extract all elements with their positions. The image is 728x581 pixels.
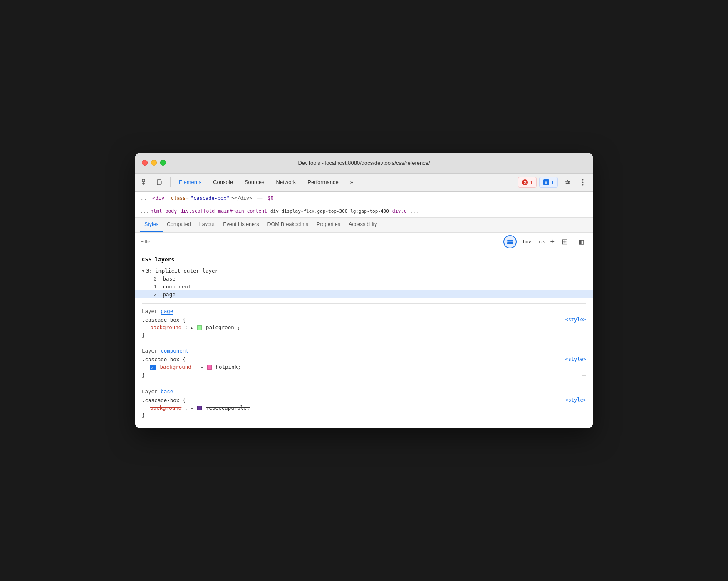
toolbar-separator xyxy=(170,177,171,187)
prop-row-base: background : → rebeccapurple; xyxy=(142,403,586,412)
dom-breadcrumb-bar: ... <div class="cascade-box" ></div> == … xyxy=(135,192,593,205)
css-selector-base: .cascade-box { xyxy=(142,397,186,403)
layer-page-section: Layer page <style> .cascade-box { backgr… xyxy=(142,303,586,343)
layer-base-label-text: Layer base xyxy=(142,388,586,395)
layer-page-label: 2: page xyxy=(154,291,176,298)
svg-rect-12 xyxy=(507,240,513,241)
tab-sources[interactable]: Sources xyxy=(240,173,270,191)
svg-text:✕: ✕ xyxy=(523,180,527,185)
tab-computed[interactable]: Computed xyxy=(163,217,195,232)
layer-tree-root[interactable]: ▼ 3: implicit outer layer xyxy=(142,267,586,275)
toolbar-right: ✕ 1 ≡ 1 xyxy=(518,176,589,189)
css-prop-bg-page: background xyxy=(150,324,181,330)
css-value-palegreen: palegreen xyxy=(206,324,234,330)
style-source-base[interactable]: <style> xyxy=(565,397,586,403)
device-toolbar-button[interactable] xyxy=(154,176,167,189)
css-value-hotpink: hotpink; xyxy=(215,364,240,370)
svg-rect-3 xyxy=(157,180,161,185)
bc-scaffold[interactable]: div.scaffold xyxy=(180,208,215,214)
bc-divc[interactable]: div.c xyxy=(392,208,407,214)
tab-layout[interactable]: Layout xyxy=(195,217,219,232)
layer-base-section: Layer base <style> .cascade-box { backgr… xyxy=(142,384,586,423)
settings-button[interactable] xyxy=(560,176,574,189)
layer-base-link[interactable]: base xyxy=(161,388,173,395)
tab-elements[interactable]: Elements xyxy=(174,173,206,191)
window-title: DevTools - localhost:8080/docs/devtools/… xyxy=(298,160,430,166)
element-breadcrumb: ... html body div.scaffold main#main-con… xyxy=(135,205,593,218)
more-options-button[interactable] xyxy=(576,176,589,189)
color-swatch-rebeccapurple[interactable] xyxy=(197,406,202,410)
layer-component-link[interactable]: component xyxy=(161,348,189,354)
devtools-toolbar: Elements Console Sources Network Perform… xyxy=(135,174,593,192)
style-source-component[interactable]: <style> xyxy=(565,356,586,362)
new-style-rule-button[interactable]: ⊞ xyxy=(558,235,571,248)
layer-component[interactable]: 1: component xyxy=(154,283,586,290)
inspect-element-button[interactable] xyxy=(139,176,152,189)
layer-page[interactable]: 2: page xyxy=(135,290,593,298)
info-badge-button[interactable]: ≡ 1 xyxy=(539,177,558,188)
filter-bar: :hov .cls + ⊞ ◧ xyxy=(135,233,593,251)
maximize-button[interactable] xyxy=(160,160,166,166)
color-swatch-palegreen[interactable] xyxy=(197,325,202,330)
tab-properties[interactable]: Properties xyxy=(312,217,344,232)
css-rule-base: <style> .cascade-box { background : → re… xyxy=(142,397,586,418)
styles-tab-bar: Styles Computed Layout Event Listeners D… xyxy=(135,218,593,233)
bc-html[interactable]: html xyxy=(151,208,162,214)
dom-attr-class: class= xyxy=(171,195,188,201)
layer-page-link[interactable]: page xyxy=(161,308,173,315)
tab-console[interactable]: Console xyxy=(208,173,238,191)
close-button[interactable] xyxy=(142,160,148,166)
add-property-button-component[interactable]: + xyxy=(582,372,586,379)
svg-rect-13 xyxy=(507,241,513,243)
tab-styles[interactable]: Styles xyxy=(140,217,163,232)
layer-page-label-text: Layer page xyxy=(142,308,586,314)
dom-dots: ... xyxy=(140,195,151,201)
prop-row-component: background : → hotpink; xyxy=(142,363,586,371)
svg-rect-4 xyxy=(161,181,163,184)
css-prop-bg-base: background xyxy=(150,405,181,411)
hov-button[interactable]: :hov xyxy=(520,238,533,246)
css-rule-component: <style> .cascade-box { background : → ho… xyxy=(142,356,586,379)
svg-point-9 xyxy=(582,179,584,181)
style-source-page[interactable]: <style> xyxy=(565,317,586,323)
layer-base[interactable]: 0: base xyxy=(154,275,586,283)
bc-flex[interactable]: div.display-flex.gap-top-300.lg:gap-top-… xyxy=(270,209,389,214)
svg-text:≡: ≡ xyxy=(545,180,547,185)
css-layers-title: CSS layers xyxy=(142,256,586,263)
tab-event-listeners[interactable]: Event Listeners xyxy=(219,217,263,232)
property-checkbox-component[interactable] xyxy=(150,365,156,370)
filter-input[interactable] xyxy=(140,238,500,245)
traffic-lights xyxy=(142,160,166,166)
tab-dom-breakpoints[interactable]: DOM Breakpoints xyxy=(263,217,312,232)
bc-body[interactable]: body xyxy=(165,208,177,214)
css-selector-page: .cascade-box { xyxy=(142,317,186,323)
dom-dollar: $0 xyxy=(267,195,273,201)
title-bar: DevTools - localhost:8080/docs/devtools/… xyxy=(135,153,593,174)
color-swatch-hotpink[interactable] xyxy=(207,365,212,370)
devtools-window: DevTools - localhost:8080/docs/devtools/… xyxy=(135,153,593,429)
bc-main[interactable]: main#main-content xyxy=(218,208,267,214)
minimize-button[interactable] xyxy=(151,160,157,166)
tab-network[interactable]: Network xyxy=(271,173,301,191)
tab-more[interactable]: » xyxy=(345,173,358,191)
toggle-sidebar-button[interactable]: ◧ xyxy=(574,235,588,248)
svg-point-10 xyxy=(582,182,584,183)
tab-performance[interactable]: Performance xyxy=(302,173,343,191)
layer-tree: ▼ 3: implicit outer layer 0: base 1: com… xyxy=(142,267,586,298)
layer-component-section: Layer component <style> .cascade-box { b… xyxy=(142,343,586,384)
add-style-button[interactable]: + xyxy=(550,238,555,246)
css-selector-component: .cascade-box { xyxy=(142,356,186,363)
css-rule-page: <style> .cascade-box { background : ▶ pa… xyxy=(142,317,586,338)
css-prop-bg-component: background xyxy=(160,364,191,370)
prop-row-page: background : ▶ palegreen ; xyxy=(142,323,586,332)
dom-tag[interactable]: <div xyxy=(152,195,164,201)
layer-component-label-text: Layer component xyxy=(142,348,586,354)
css-value-rebeccapurple: rebeccapurple; xyxy=(206,405,250,411)
tab-accessibility[interactable]: Accessibility xyxy=(344,217,381,232)
layers-button[interactable] xyxy=(503,235,517,248)
error-badge-button[interactable]: ✕ 1 xyxy=(518,177,537,188)
cls-button[interactable]: .cls xyxy=(536,238,547,246)
expand-arrow: ▼ xyxy=(142,268,144,273)
svg-point-11 xyxy=(582,184,584,186)
svg-rect-0 xyxy=(142,179,145,182)
